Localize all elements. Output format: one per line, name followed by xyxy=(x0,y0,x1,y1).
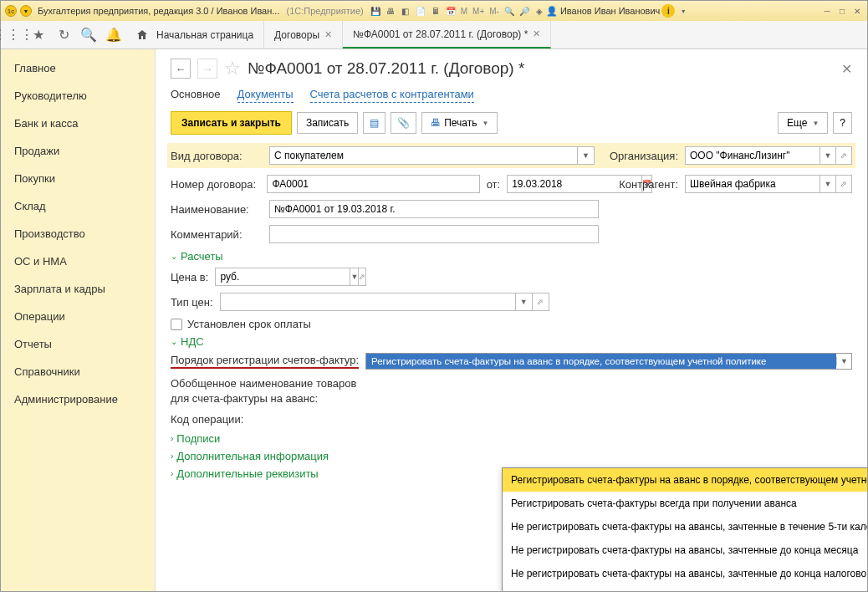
section-calc[interactable]: ⌄Расчеты xyxy=(171,250,852,263)
sidebar-item[interactable]: Покупки xyxy=(1,165,155,192)
tb-save-icon[interactable]: 💾 xyxy=(369,4,382,18)
nav-back-button[interactable]: ← xyxy=(171,59,191,79)
dropdown-item[interactable]: Не регистрировать счета-фактуры на аванс… xyxy=(503,585,867,591)
tb-info-drop-icon[interactable]: ▼ xyxy=(677,4,690,18)
report-button[interactable]: ▤ xyxy=(363,112,385,134)
page-close-icon[interactable]: ✕ xyxy=(841,61,852,77)
sidebar-item[interactable]: Администрирование xyxy=(1,385,155,413)
invoice-reg-select[interactable]: Регистрировать счета-фактуры на аванс в … xyxy=(365,353,852,370)
more-label: Еще xyxy=(787,117,807,129)
tb-target-icon[interactable]: ◈ xyxy=(533,4,546,18)
sidebar-item[interactable]: Продажи xyxy=(1,137,155,165)
dropdown-button[interactable]: ▼ xyxy=(820,175,836,193)
org-input[interactable] xyxy=(685,146,820,165)
dropdown-button[interactable]: ▼ xyxy=(350,268,359,286)
contract-type-input[interactable] xyxy=(269,146,578,165)
num-label: Номер договора: xyxy=(171,178,260,191)
attach-button[interactable]: 📎 xyxy=(391,112,416,134)
dropdown-item[interactable]: Не регистрировать счета-фактуры на аванс… xyxy=(503,562,867,585)
tab-contracts[interactable]: Договоры ✕ xyxy=(264,21,343,48)
save-button[interactable]: Записать xyxy=(297,112,358,134)
sidebar-item[interactable]: ОС и НМА xyxy=(1,248,155,275)
chevron-right-icon: › xyxy=(171,452,173,461)
history-icon[interactable]: ↻ xyxy=(51,21,76,48)
section-signatures[interactable]: ›Подписи xyxy=(171,432,852,445)
tab-contracts-label: Договоры xyxy=(274,29,319,41)
dropdown-icon[interactable]: ▼ xyxy=(19,4,33,18)
dropdown-item[interactable]: Регистрировать счета-фактуры всегда при … xyxy=(503,492,867,515)
tb-doc-icon[interactable]: 📄 xyxy=(414,4,427,18)
comment-label: Комментарий: xyxy=(171,228,263,241)
sidebar-item[interactable]: Отчеты xyxy=(1,330,155,358)
dropdown-item[interactable]: Не регистрировать счета-фактуры на аванс… xyxy=(503,515,867,538)
dropdown-button[interactable]: ▼ xyxy=(820,146,836,165)
tb-calc-icon[interactable]: 🖩 xyxy=(429,4,442,18)
dropdown-button[interactable]: ▼ xyxy=(516,293,533,311)
checkbox[interactable] xyxy=(171,319,182,330)
tb-compare-icon[interactable]: ◧ xyxy=(399,4,412,18)
counterparty-input[interactable] xyxy=(685,175,820,193)
chevron-down-icon: ⌄ xyxy=(171,337,177,346)
app-title: Бухгалтерия предприятия, редакция 3.0 / … xyxy=(38,6,279,16)
minimize-icon[interactable]: ─ xyxy=(820,4,834,18)
platform-label: (1С:Предприятие) xyxy=(286,6,363,16)
price-type-input[interactable] xyxy=(220,293,516,311)
tb-zoomout-icon[interactable]: 🔎 xyxy=(518,4,531,18)
maximize-icon[interactable]: □ xyxy=(835,4,849,18)
print-button[interactable]: 🖶Печать▼ xyxy=(421,112,498,134)
section-vat[interactable]: ⌄НДС xyxy=(171,335,852,348)
open-button[interactable]: ⬀ xyxy=(836,175,852,193)
num-input[interactable] xyxy=(267,175,479,193)
dropdown-item[interactable]: Не регистрировать счета-фактуры на аванс… xyxy=(503,538,867,562)
open-button[interactable]: ⬀ xyxy=(359,268,366,286)
comment-input[interactable] xyxy=(269,225,599,243)
tb-print-icon[interactable]: 🖶 xyxy=(384,4,397,18)
dropdown-item[interactable]: Регистрировать счета-фактуры на аванс в … xyxy=(503,468,867,492)
main-tabs-bar: ⋮⋮⋮ ★ ↻ 🔍 🔔 Начальная страница Договоры … xyxy=(1,21,867,49)
tb-info-icon[interactable]: i xyxy=(661,4,675,18)
tb-mplus-icon[interactable]: M+ xyxy=(471,4,486,18)
open-button[interactable]: ⬀ xyxy=(836,146,852,165)
favorite-icon[interactable]: ☆ xyxy=(224,58,241,79)
nav-fwd-button[interactable]: → xyxy=(197,59,217,79)
chevron-down-icon[interactable]: ▼ xyxy=(836,357,851,365)
subtab-docs[interactable]: Документы xyxy=(237,88,294,103)
tb-zoomin-icon[interactable]: 🔍 xyxy=(503,4,516,18)
row-contract-num: Номер договора: от: 📅 Контрагент: ▼ ⬀ xyxy=(171,175,852,193)
dropdown-button[interactable]: ▼ xyxy=(578,146,595,165)
sidebar-item[interactable]: Главное xyxy=(1,54,155,82)
price-in-input[interactable] xyxy=(215,268,350,286)
tab-close-icon[interactable]: ✕ xyxy=(533,28,540,39)
tab-contract-doc[interactable]: №ФА0001 от 28.07.2011 г. (Договор) * ✕ xyxy=(343,21,551,48)
section-add-info[interactable]: ›Дополнительная информация xyxy=(171,450,852,462)
sidebar-item[interactable]: Справочники xyxy=(1,358,155,385)
bell-icon[interactable]: 🔔 xyxy=(101,21,126,48)
sidebar-item[interactable]: Операции xyxy=(1,303,155,330)
sidebar-item[interactable]: Руководителю xyxy=(1,82,155,110)
open-button[interactable]: ⬀ xyxy=(533,293,549,311)
tab-close-icon[interactable]: ✕ xyxy=(324,29,332,40)
tab-home[interactable]: Начальная страница xyxy=(126,21,264,48)
user-label[interactable]: 👤 Иванов Иван Иванович xyxy=(546,6,660,17)
more-button[interactable]: Еще▼ xyxy=(778,112,828,134)
close-icon[interactable]: ✕ xyxy=(850,4,864,18)
sidebar-item[interactable]: Зарплата и кадры xyxy=(1,275,155,303)
sidebar-item[interactable]: Производство xyxy=(1,220,155,248)
page-title: №ФА0001 от 28.07.2011 г. (Договор) * xyxy=(248,59,524,78)
name-input[interactable] xyxy=(269,200,599,218)
save-close-button[interactable]: Записать и закрыть xyxy=(171,111,292,135)
row-invoice-reg: Порядок регистрации счетов-фактур: Регис… xyxy=(171,353,852,370)
help-button[interactable]: ? xyxy=(833,112,852,134)
payment-term-label: Установлен срок оплаты xyxy=(187,318,311,330)
subtab-main[interactable]: Основное xyxy=(171,88,221,103)
subtab-accounts[interactable]: Счета расчетов с контрагентами xyxy=(310,88,474,103)
tb-m-icon[interactable]: M xyxy=(459,4,469,18)
search-icon[interactable]: 🔍 xyxy=(76,21,101,48)
star-icon[interactable]: ★ xyxy=(26,21,51,48)
sidebar-item[interactable]: Склад xyxy=(1,192,155,220)
op-code-label: Код операции: xyxy=(171,413,243,426)
tb-calendar-icon[interactable]: 📅 xyxy=(444,4,457,18)
apps-icon[interactable]: ⋮⋮⋮ xyxy=(1,21,26,48)
sidebar-item[interactable]: Банк и касса xyxy=(1,110,155,137)
tb-mminus-icon[interactable]: M- xyxy=(488,4,501,18)
